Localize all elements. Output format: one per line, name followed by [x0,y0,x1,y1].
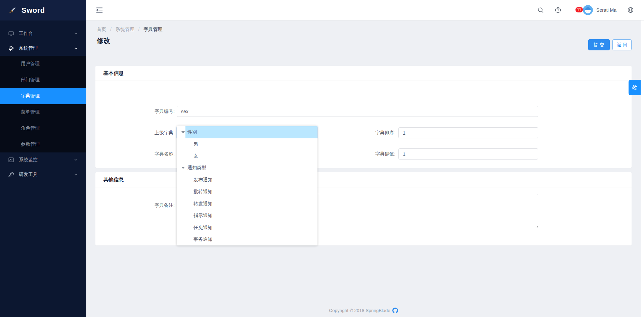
dict-name-label: 字典名称: [95,148,175,160]
caret-down-icon [181,131,185,133]
sidebar: Sword 工作台 系统管理 用户管理 部门管理 字典管理 菜单管理 [0,0,86,317]
back-button[interactable]: 返回 [612,39,632,50]
dropdown-option-male[interactable]: 男 [177,138,317,150]
sidebar-item-system-monitor[interactable]: 系统监控 [0,152,86,167]
app-title: Sword [22,6,45,15]
other-info-card: 其他信息 字典备注: [95,172,632,245]
sidebar-item-user-mgmt[interactable]: 用户管理 [0,56,86,72]
dropdown-option-forward-notice[interactable]: 转发通知 [177,198,317,210]
system-mgmt-submenu: 用户管理 部门管理 字典管理 菜单管理 角色管理 参数管理 [0,56,86,152]
footer: Copyright © 2018 SpringBlade [86,308,641,313]
dropdown-option-publish-notice[interactable]: 发布通知 [177,174,317,186]
dict-sort-label: 字典排序: [315,127,395,138]
other-info-section-title: 其他信息 [95,172,632,187]
submenu-label: 菜单管理 [21,109,40,115]
sidebar-collapse-button[interactable] [95,6,104,14]
breadcrumb-separator: / [110,27,112,32]
chevron-down-icon [74,172,78,177]
breadcrumb-home[interactable]: 首页 [97,27,106,32]
basic-info-card: 基本信息 字典编号: 上级字典: 性别 字典排序: 字典名称: 字典键值: [95,66,632,168]
dropdown-option-label: 发布通知 [194,177,212,183]
dict-key-label: 字典键值: [315,148,395,160]
dict-code-input[interactable] [177,106,538,117]
dropdown-option-approve-notice[interactable]: 批转通知 [177,186,317,198]
chevron-up-icon [74,46,78,51]
dict-code-label: 字典编号: [95,106,175,117]
wrench-icon [8,172,14,178]
breadcrumb: 首页 / 系统管理 / 字典管理 [97,27,165,33]
dropdown-option-female[interactable]: 女 [177,150,317,162]
breadcrumb-system-mgmt[interactable]: 系统管理 [116,27,134,32]
dropdown-option-notice-type[interactable]: 通知类型 [177,162,317,174]
dropdown-option-appoint-notice[interactable]: 任免通知 [177,222,317,234]
user-name: Serati Ma [596,7,616,13]
copyright-text: Copyright © 2018 SpringBlade [329,308,390,313]
submit-button[interactable]: 提交 [588,39,610,50]
language-globe-icon[interactable] [627,7,634,13]
basic-info-section-title: 基本信息 [95,66,632,81]
dict-remark-label: 字典备注: [95,200,175,211]
sidebar-item-workbench[interactable]: 工作台 [0,26,86,41]
sidebar-item-label: 系统监控 [19,157,74,163]
dropdown-option-label: 任免通知 [194,225,212,231]
gear-icon [8,45,14,51]
sidebar-item-dict-mgmt[interactable]: 字典管理 [0,88,86,104]
submenu-label: 部门管理 [21,77,40,83]
sidebar-item-dev-tools[interactable]: 研发工具 [0,167,86,182]
theme-settings-button[interactable] [629,80,641,95]
dropdown-option-label: 批转通知 [194,189,212,195]
sidebar-item-dept-mgmt[interactable]: 部门管理 [0,72,86,88]
dropdown-option-label: 指示通知 [194,213,212,219]
dropdown-option-affair-notice[interactable]: 事务通知 [177,234,317,246]
sidebar-item-menu-mgmt[interactable]: 菜单管理 [0,104,86,120]
topbar-actions: 11 Serati Ma [537,5,644,15]
dropdown-option-label: 性别 [187,129,197,135]
dict-sort-input[interactable] [398,127,538,138]
scrollbar-track[interactable] [641,20,644,317]
monitor-icon [8,31,14,37]
chart-icon [8,157,14,163]
submenu-label: 用户管理 [21,61,40,67]
dropdown-option-sex[interactable]: 性别 [177,126,317,138]
chevron-down-icon [74,31,78,36]
github-icon[interactable] [392,308,398,313]
menu-fold-icon [95,6,103,14]
help-icon[interactable] [555,7,561,13]
chevron-down-icon [74,157,78,162]
search-icon[interactable] [537,7,544,13]
parent-dict-dropdown: 性别 男 女 通知类型 发布通知 批转通知 转发通知 指示通知 任免通知 事务通… [177,126,317,245]
sidebar-item-label: 工作台 [19,31,74,37]
dropdown-option-instruct-notice[interactable]: 指示通知 [177,210,317,222]
page-title: 修改 [97,36,110,45]
avatar [583,5,593,15]
gear-icon [631,84,638,91]
dropdown-option-label: 事务通知 [194,236,212,242]
sword-icon [8,6,17,15]
submenu-label: 角色管理 [21,125,40,131]
sidebar-item-label: 系统管理 [19,45,74,51]
breadcrumb-separator: / [138,27,140,32]
breadcrumb-current: 字典管理 [143,27,162,32]
dropdown-option-label: 转发通知 [194,201,212,207]
dropdown-option-label: 男 [194,141,198,147]
sidebar-menu: 工作台 系统管理 用户管理 部门管理 字典管理 菜单管理 角色管理 参数管理 [0,20,86,182]
sidebar-item-system-mgmt[interactable]: 系统管理 [0,41,86,56]
app-logo[interactable]: Sword [0,0,86,20]
notification-badge: 11 [575,7,583,13]
dropdown-option-label: 通知类型 [187,165,206,171]
caret-down-icon [181,167,185,169]
sidebar-item-param-mgmt[interactable]: 参数管理 [0,136,86,152]
sidebar-item-label: 研发工具 [19,172,74,178]
dropdown-option-label: 女 [194,153,198,159]
sidebar-item-role-mgmt[interactable]: 角色管理 [0,120,86,136]
user-menu[interactable]: Serati Ma [583,5,616,15]
parent-dict-label: 上级字典: [95,127,175,138]
dict-key-input[interactable] [398,148,538,160]
submenu-label: 参数管理 [21,141,40,147]
topbar: 11 Serati Ma [86,0,644,20]
submenu-label: 字典管理 [21,93,40,99]
